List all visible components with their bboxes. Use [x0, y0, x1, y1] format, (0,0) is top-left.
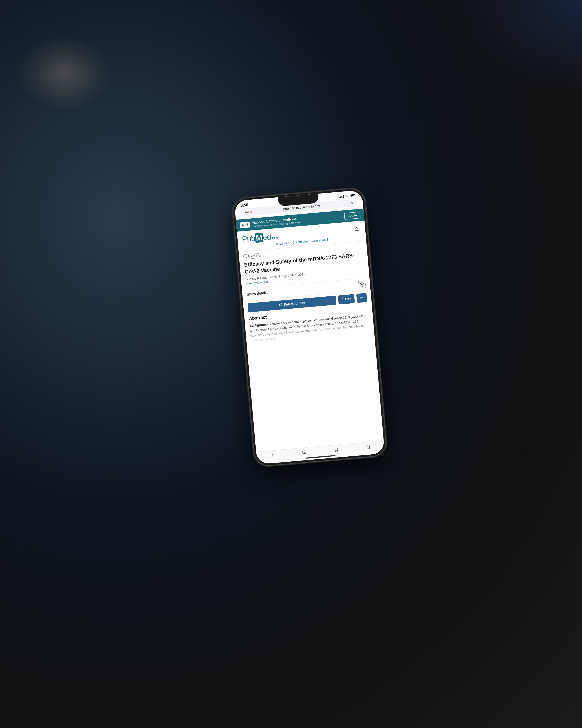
pubmed-logo: PubMed.gov — [242, 232, 278, 244]
more-button[interactable]: ••• — [356, 293, 367, 303]
gear-button[interactable] — [358, 281, 366, 288]
show-details-text: Show details — [247, 290, 268, 296]
svg-rect-5 — [367, 445, 370, 449]
pubmed-content: PubMed.gov Advanced Create alert Create … — [237, 220, 375, 347]
phone-frame: 8:50 ⦿ — [232, 187, 387, 467]
svg-point-2 — [361, 284, 363, 285]
back-button[interactable] — [270, 453, 275, 458]
text-size-button[interactable]: AA — [245, 210, 249, 214]
scene-container: 8:50 ⦿ — [89, 33, 494, 695]
tabs-button[interactable] — [366, 445, 370, 449]
status-time: 8:50 — [240, 203, 248, 208]
nih-badge: NIH — [240, 222, 251, 228]
signal-icon — [338, 195, 344, 198]
nih-text: National Library of Medicine National Ce… — [252, 217, 301, 228]
share-button[interactable] — [302, 450, 307, 455]
lock-icon: 🔒 — [249, 210, 252, 213]
reload-icon[interactable]: ↻ — [350, 201, 354, 205]
status-icons: ⦿ — [338, 194, 356, 199]
svg-line-4 — [304, 452, 305, 454]
login-button[interactable]: Log in — [344, 212, 360, 219]
bookmarks-button[interactable] — [334, 447, 338, 452]
wifi-icon: ⦿ — [345, 194, 349, 198]
svg-line-1 — [358, 230, 359, 231]
abstract-section: Abstract Background: Vaccines are needed… — [249, 306, 370, 347]
cite-button[interactable]: " Cite — [338, 294, 355, 304]
browser-bottom-bar — [256, 441, 385, 464]
phone-screen: 8:50 ⦿ — [234, 190, 385, 464]
search-button[interactable] — [352, 225, 361, 234]
battery-icon — [350, 194, 356, 198]
